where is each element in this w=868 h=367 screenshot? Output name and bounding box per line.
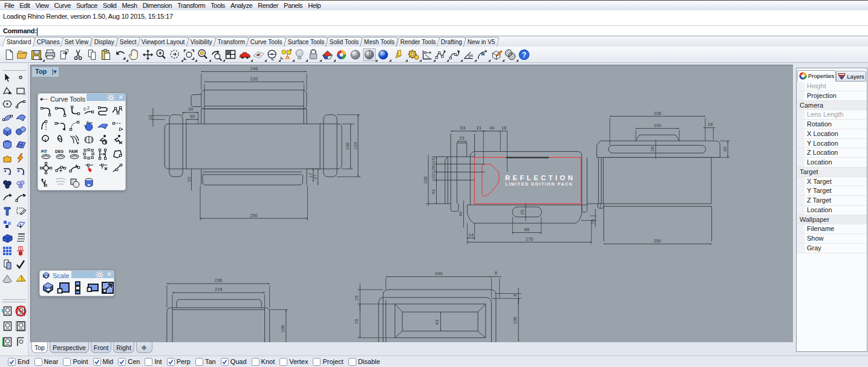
svg-text:246: 246 <box>250 66 258 71</box>
svg-text:REFLECTION: REFLECTION <box>505 174 573 181</box>
svg-text:LIMITED EDITION PACK: LIMITED EDITION PACK <box>505 181 573 187</box>
svg-text:232: 232 <box>250 76 258 82</box>
svg-text:DEG: DEG <box>55 149 64 154</box>
svg-text:15: 15 <box>354 296 359 300</box>
svg-text:?: ? <box>522 51 526 59</box>
svg-text:43: 43 <box>431 189 436 194</box>
svg-text:226: 226 <box>654 111 662 116</box>
svg-text:14: 14 <box>468 232 473 238</box>
svg-text:53: 53 <box>460 125 465 131</box>
svg-text:0: 0 <box>83 107 86 111</box>
svg-text:106: 106 <box>280 325 286 333</box>
svg-text:250: 250 <box>250 213 258 218</box>
svg-text:10: 10 <box>148 115 154 120</box>
svg-text:100: 100 <box>654 123 662 128</box>
svg-text:18: 18 <box>708 122 713 127</box>
svg-text:8: 8 <box>495 271 497 275</box>
svg-text:43: 43 <box>434 320 440 325</box>
svg-text:106: 106 <box>345 143 350 151</box>
svg-text:124: 124 <box>353 142 358 150</box>
svg-text:275: 275 <box>526 236 534 242</box>
svg-text:26: 26 <box>431 166 436 171</box>
svg-text:16: 16 <box>650 146 655 151</box>
svg-text:249: 249 <box>435 271 443 276</box>
svg-text:27: 27 <box>313 174 318 179</box>
svg-text:39: 39 <box>188 106 193 112</box>
svg-text:40: 40 <box>489 125 494 131</box>
svg-text:216: 216 <box>215 287 223 292</box>
svg-text:40: 40 <box>722 146 728 151</box>
svg-text:66: 66 <box>524 227 529 232</box>
svg-text:R: R <box>481 51 485 57</box>
svg-text:15: 15 <box>431 158 436 163</box>
svg-text:FAIR: FAIR <box>69 149 78 154</box>
svg-text:40: 40 <box>458 212 463 216</box>
svg-text:30: 30 <box>189 114 194 119</box>
svg-text:2: 2 <box>87 106 90 110</box>
svg-text:16: 16 <box>501 125 506 131</box>
svg-text:21: 21 <box>477 125 481 131</box>
svg-text:8: 8 <box>513 294 517 296</box>
svg-text:236: 236 <box>215 278 223 283</box>
svg-text:10: 10 <box>590 219 595 224</box>
svg-text:79: 79 <box>354 319 359 324</box>
svg-text:22: 22 <box>431 174 436 178</box>
svg-text:FIT: FIT <box>41 149 47 154</box>
svg-text:25: 25 <box>520 210 525 215</box>
svg-text:106: 106 <box>512 317 518 325</box>
svg-text:106: 106 <box>423 177 428 184</box>
svg-text:10: 10 <box>186 177 192 182</box>
svg-text:250: 250 <box>654 238 662 244</box>
svg-text:23: 23 <box>459 135 464 141</box>
svg-text:45: 45 <box>469 53 474 57</box>
